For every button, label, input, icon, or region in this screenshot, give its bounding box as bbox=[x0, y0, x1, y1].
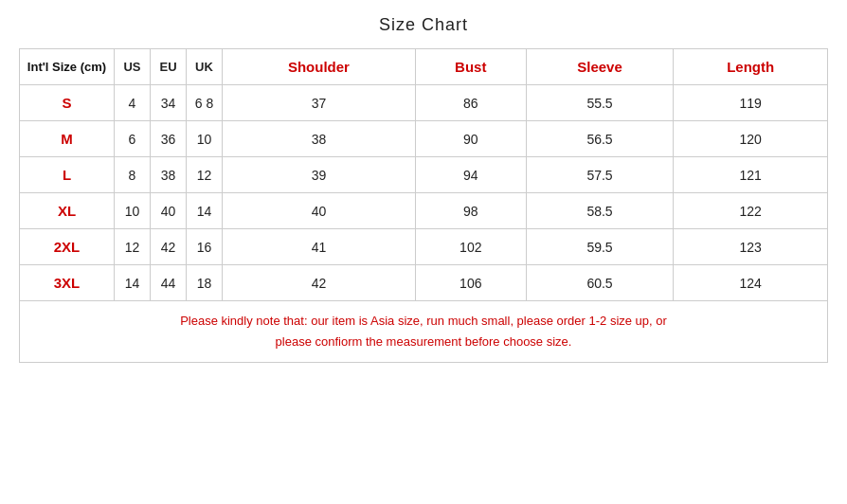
cell-length: 119 bbox=[674, 85, 828, 121]
cell-eu: 34 bbox=[151, 85, 187, 121]
cell-uk: 6 8 bbox=[187, 85, 223, 121]
cell-uk: 18 bbox=[187, 265, 223, 301]
cell-us: 6 bbox=[115, 121, 151, 157]
cell-length: 124 bbox=[674, 265, 828, 301]
table-row: M63610389056.5120 bbox=[20, 121, 828, 157]
cell-us: 12 bbox=[115, 229, 151, 265]
cell-bust: 106 bbox=[415, 265, 526, 301]
header-eu: EU bbox=[151, 49, 187, 85]
size-table: Int'l Size (cm) US EU UK Shoulder Bust S… bbox=[19, 48, 828, 301]
cell-us: 4 bbox=[115, 85, 151, 121]
cell-bust: 94 bbox=[415, 157, 526, 193]
note-box: Please kindly note that: our item is Asi… bbox=[19, 301, 828, 363]
cell-bust: 102 bbox=[415, 229, 526, 265]
table-row: 3XL1444184210660.5124 bbox=[20, 265, 828, 301]
cell-intl: XL bbox=[20, 193, 115, 229]
cell-bust: 90 bbox=[415, 121, 526, 157]
cell-uk: 12 bbox=[187, 157, 223, 193]
header-us: US bbox=[115, 49, 151, 85]
table-row: L83812399457.5121 bbox=[20, 157, 828, 193]
cell-us: 14 bbox=[115, 265, 151, 301]
cell-uk: 10 bbox=[187, 121, 223, 157]
table-row: XL104014409858.5122 bbox=[20, 193, 828, 229]
table-body: S4346 8378655.5119M63610389056.5120L8381… bbox=[20, 85, 828, 301]
cell-sleeve: 59.5 bbox=[526, 229, 674, 265]
cell-shoulder: 39 bbox=[223, 157, 416, 193]
cell-intl: M bbox=[20, 121, 115, 157]
header-intl: Int'l Size (cm) bbox=[20, 49, 115, 85]
chart-title: Size Chart bbox=[379, 15, 468, 35]
cell-intl: S bbox=[20, 85, 115, 121]
cell-sleeve: 57.5 bbox=[526, 157, 674, 193]
table-row: 2XL1242164110259.5123 bbox=[20, 229, 828, 265]
cell-eu: 38 bbox=[151, 157, 187, 193]
table-row: S4346 8378655.5119 bbox=[20, 85, 828, 121]
cell-uk: 14 bbox=[187, 193, 223, 229]
header-sleeve: Sleeve bbox=[526, 49, 674, 85]
note-line1: Please kindly note that: our item is Asi… bbox=[180, 314, 667, 328]
header-uk: UK bbox=[187, 49, 223, 85]
header-bust: Bust bbox=[415, 49, 526, 85]
note-line2: please confiorm the measurement before c… bbox=[276, 334, 572, 349]
cell-sleeve: 58.5 bbox=[526, 193, 674, 229]
cell-length: 121 bbox=[674, 157, 828, 193]
cell-shoulder: 40 bbox=[223, 193, 416, 229]
table-header-row: Int'l Size (cm) US EU UK Shoulder Bust S… bbox=[20, 49, 828, 85]
cell-bust: 86 bbox=[415, 85, 526, 121]
cell-sleeve: 55.5 bbox=[526, 85, 674, 121]
cell-us: 8 bbox=[115, 157, 151, 193]
cell-bust: 98 bbox=[415, 193, 526, 229]
cell-eu: 42 bbox=[151, 229, 187, 265]
cell-eu: 44 bbox=[151, 265, 187, 301]
cell-shoulder: 38 bbox=[223, 121, 416, 157]
cell-length: 122 bbox=[674, 193, 828, 229]
note-text: Please kindly note that: our item is Asi… bbox=[35, 311, 812, 352]
cell-uk: 16 bbox=[187, 229, 223, 265]
cell-intl: 3XL bbox=[20, 265, 115, 301]
cell-shoulder: 37 bbox=[223, 85, 416, 121]
cell-sleeve: 60.5 bbox=[526, 265, 674, 301]
cell-sleeve: 56.5 bbox=[526, 121, 674, 157]
cell-intl: L bbox=[20, 157, 115, 193]
cell-eu: 36 bbox=[151, 121, 187, 157]
header-shoulder: Shoulder bbox=[223, 49, 416, 85]
cell-length: 120 bbox=[674, 121, 828, 157]
cell-shoulder: 41 bbox=[223, 229, 416, 265]
cell-eu: 40 bbox=[151, 193, 187, 229]
cell-intl: 2XL bbox=[20, 229, 115, 265]
header-length: Length bbox=[674, 49, 828, 85]
cell-length: 123 bbox=[674, 229, 828, 265]
cell-shoulder: 42 bbox=[223, 265, 416, 301]
cell-us: 10 bbox=[115, 193, 151, 229]
